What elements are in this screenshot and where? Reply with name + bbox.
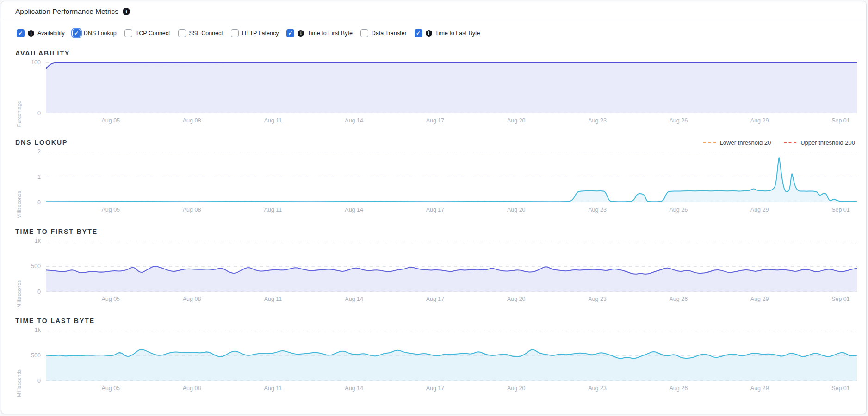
y-tick-label: 0 — [37, 378, 41, 384]
metric-filter-availability[interactable]: ✓iAvailability — [17, 29, 65, 37]
chart-body: Milliseconds 1k5000 Aug 05Aug 08Aug 11Au… — [15, 241, 857, 306]
x-tick-label: Aug 05 — [101, 207, 120, 213]
checkbox-unchecked[interactable] — [178, 29, 186, 37]
y-tick-label: 1 — [37, 174, 41, 180]
y-tick-label: 0 — [37, 110, 41, 116]
checkbox-checked[interactable]: ✓ — [17, 29, 25, 37]
x-tick-label: Aug 29 — [750, 117, 769, 124]
info-icon[interactable]: i — [123, 8, 130, 15]
x-tick-label: Aug 29 — [750, 296, 769, 302]
metric-filter-time-to-last-byte[interactable]: ✓iTime to Last Byte — [415, 29, 480, 37]
metric-filter-http-latency[interactable]: HTTP Latency — [231, 29, 279, 37]
x-tick-label: Aug 14 — [345, 117, 363, 124]
metric-filter-ssl-connect[interactable]: SSL Connect — [178, 29, 223, 37]
chart-title: TIME TO LAST BYTE — [15, 317, 95, 324]
x-tick-label: Aug 23 — [588, 207, 607, 213]
y-tick-label: 500 — [31, 263, 41, 269]
metrics-card: Application Performance Metrics i ✓iAvai… — [1, 1, 867, 414]
y-tick-label: 1k — [35, 327, 41, 333]
x-axis-ticks: Aug 05Aug 08Aug 11Aug 14Aug 17Aug 20Aug … — [46, 384, 857, 396]
y-axis-label: Percentage — [16, 101, 22, 127]
chart-time-to-last-byte: TIME TO LAST BYTE Milliseconds 1k5000 Au… — [1, 306, 866, 396]
x-axis-ticks: Aug 05Aug 08Aug 11Aug 14Aug 17Aug 20Aug … — [46, 205, 857, 217]
x-tick-label: Aug 05 — [101, 117, 120, 124]
y-axis-label: Milliseconds — [16, 280, 22, 308]
x-tick-label: Aug 26 — [670, 385, 688, 392]
filter-label: SSL Connect — [189, 30, 223, 37]
metric-filter-tcp-connect[interactable]: TCP Connect — [124, 29, 170, 37]
chart-time-to-first-byte: TIME TO FIRST BYTE Milliseconds 1k5000 A… — [1, 217, 866, 306]
plot-area: Aug 05Aug 08Aug 11Aug 14Aug 17Aug 20Aug … — [46, 62, 857, 128]
checkbox-checked[interactable]: ✓ — [286, 29, 294, 37]
x-tick-label: Sep 01 — [831, 385, 850, 392]
chart-header: AVAILABILITY — [15, 48, 857, 58]
chart-dns-lookup: DNS LOOKUP Lower threshold 20Upper thres… — [1, 128, 866, 217]
x-tick-label: Aug 11 — [264, 385, 282, 392]
metric-filter-data-transfer[interactable]: Data Transfer — [360, 29, 407, 37]
x-tick-label: Aug 17 — [426, 385, 445, 392]
x-tick-label: Aug 26 — [670, 117, 688, 124]
time-to-last-byte-area-chart — [46, 330, 857, 381]
card-header: Application Performance Metrics i — [1, 1, 866, 21]
chart-body: Milliseconds 1k5000 Aug 05Aug 08Aug 11Au… — [15, 330, 857, 396]
metric-filter-dns-lookup[interactable]: ✓DNS Lookup — [73, 29, 117, 37]
chart-header: DNS LOOKUP Lower threshold 20Upper thres… — [15, 137, 857, 147]
x-tick-label: Sep 01 — [831, 207, 850, 213]
x-tick-label: Sep 01 — [831, 296, 850, 302]
filter-label: Time to First Byte — [307, 30, 352, 37]
x-tick-label: Aug 23 — [588, 296, 607, 302]
checkbox-unchecked[interactable] — [231, 29, 239, 37]
chart-body: Milliseconds 210 Aug 05Aug 08Aug 11Aug 1… — [15, 152, 857, 217]
filter-label: Data Transfer — [372, 30, 407, 37]
threshold-dash-icon — [703, 142, 716, 143]
x-tick-label: Aug 29 — [750, 385, 769, 392]
y-axis-ticks: 1000 — [25, 62, 46, 113]
x-tick-label: Aug 11 — [264, 296, 282, 302]
legend-label: Upper threshold 200 — [800, 139, 855, 146]
info-icon[interactable]: i — [298, 30, 304, 37]
y-axis-label: Milliseconds — [16, 369, 22, 397]
y-tick-label: 2 — [37, 148, 41, 155]
threshold-dash-icon — [784, 142, 796, 143]
x-tick-label: Aug 08 — [183, 296, 201, 302]
x-tick-label: Aug 14 — [345, 385, 363, 392]
x-tick-label: Aug 29 — [750, 207, 769, 213]
filter-label: HTTP Latency — [242, 30, 279, 37]
info-icon[interactable]: i — [426, 30, 432, 37]
x-tick-label: Aug 14 — [345, 296, 363, 302]
x-tick-label: Aug 23 — [588, 385, 607, 392]
metric-filter-time-to-first-byte[interactable]: ✓iTime to First Byte — [286, 29, 352, 37]
x-tick-label: Aug 08 — [183, 207, 201, 213]
checkbox-unchecked[interactable] — [124, 29, 132, 37]
x-tick-label: Aug 17 — [426, 117, 445, 124]
x-tick-label: Aug 05 — [101, 385, 120, 392]
x-tick-label: Aug 08 — [183, 385, 201, 392]
y-tick-label: 0 — [37, 288, 41, 295]
filter-label: Availability — [37, 30, 65, 37]
x-tick-label: Aug 20 — [507, 117, 526, 124]
x-tick-label: Aug 17 — [426, 207, 445, 213]
x-tick-label: Aug 05 — [101, 296, 120, 302]
filter-label: DNS Lookup — [84, 30, 117, 37]
checkbox-checked[interactable]: ✓ — [73, 29, 81, 37]
time-to-first-byte-area-chart — [46, 241, 857, 292]
x-tick-label: Aug 20 — [507, 207, 526, 213]
x-tick-label: Aug 08 — [183, 117, 201, 124]
x-tick-label: Aug 11 — [264, 117, 282, 124]
chart-header: TIME TO LAST BYTE — [15, 316, 857, 326]
availability-area-chart — [46, 62, 857, 113]
checkbox-unchecked[interactable] — [360, 29, 368, 37]
legend-item: Lower threshold 20 — [703, 139, 771, 146]
y-axis-ticks: 210 — [25, 152, 46, 202]
chart-availability: AVAILABILITY Percentage 1000 Aug 05Aug 0… — [1, 39, 866, 128]
checkbox-checked[interactable]: ✓ — [415, 29, 422, 37]
info-icon[interactable]: i — [28, 30, 34, 37]
x-tick-label: Aug 20 — [507, 296, 526, 302]
y-tick-label: 100 — [31, 59, 41, 66]
x-axis-ticks: Aug 05Aug 08Aug 11Aug 14Aug 17Aug 20Aug … — [46, 294, 857, 306]
y-tick-label: 500 — [31, 352, 41, 359]
y-axis-ticks: 1k5000 — [25, 241, 46, 292]
x-tick-label: Aug 20 — [507, 385, 526, 392]
page-title: Application Performance Metrics — [15, 7, 118, 16]
x-tick-label: Aug 23 — [588, 117, 607, 124]
